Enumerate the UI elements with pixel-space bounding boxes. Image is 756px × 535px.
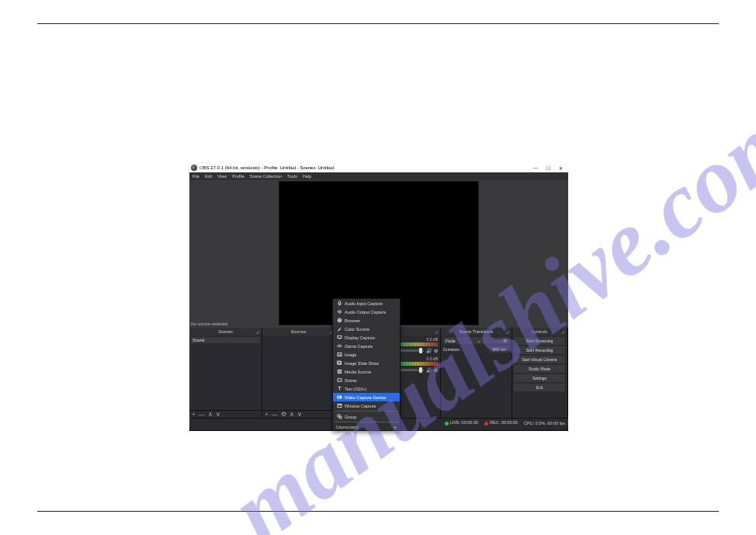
- obs-window: OBS 27.0.1 (64-bit, windows) - Profile: …: [189, 163, 568, 431]
- menu-file[interactable]: File: [192, 174, 199, 179]
- ctx-window-capture[interactable]: Window Capture: [333, 401, 400, 410]
- svg-rect-3: [338, 345, 342, 346]
- settings-button[interactable]: Settings: [514, 374, 565, 382]
- ctx-audio-input-capture[interactable]: Audio Input Capture: [333, 299, 400, 307]
- svg-rect-8: [338, 379, 342, 382]
- start-virtual-camera-button[interactable]: Start Virtual Camera: [514, 356, 565, 363]
- ctx-scene[interactable]: Scene: [333, 376, 400, 384]
- ctx-browser[interactable]: Browser: [333, 316, 400, 325]
- menu-help[interactable]: Help: [303, 174, 311, 179]
- ctx-display-capture[interactable]: Display Capture: [333, 333, 400, 342]
- gear-icon[interactable]: ⚙: [434, 348, 438, 353]
- close-button[interactable]: ✕: [554, 165, 567, 171]
- film-icon: [336, 369, 342, 375]
- source-settings-button[interactable]: ⚙: [281, 412, 286, 418]
- menu-scene-collection[interactable]: Scene Collection: [250, 174, 282, 179]
- sources-list[interactable]: [262, 335, 335, 410]
- status-cpu: CPU: 0.5%, 60.00 fps: [524, 421, 565, 426]
- ctx-group[interactable]: Group: [333, 412, 400, 421]
- rec-indicator-icon: [484, 422, 488, 426]
- obs-app-icon: [191, 165, 197, 171]
- group-icon: [336, 414, 342, 420]
- controls-popout-icon[interactable]: ⤢: [561, 329, 565, 335]
- volume-icon[interactable]: 🔊: [426, 367, 432, 373]
- scene-remove-button[interactable]: —: [199, 412, 205, 418]
- menu-view[interactable]: View: [217, 174, 227, 179]
- scenes-footer: + — ∧ ∨: [189, 410, 262, 418]
- source-down-button[interactable]: ∨: [297, 412, 302, 418]
- no-source-label: No source selected: [191, 321, 227, 326]
- scenes-list[interactable]: Scene: [189, 335, 262, 410]
- controls-body: Start Streaming Start Recording Start Vi…: [512, 335, 567, 418]
- sources-panel: Sources ⤢ + — ⚙ ∧ ∨ Audio Input Capture: [262, 328, 335, 418]
- transition-duration-row: Duration 300 ms: [443, 346, 509, 353]
- monitor-icon: [336, 335, 342, 341]
- transition-duration-input[interactable]: 300 ms: [489, 346, 509, 353]
- chevron-right-icon: ▸: [394, 425, 397, 429]
- start-recording-button[interactable]: Start Recording: [514, 346, 565, 354]
- ctx-text-gdi[interactable]: Text (GDI+): [333, 384, 400, 393]
- scenes-popout-icon[interactable]: ⤢: [256, 329, 260, 335]
- titlebar[interactable]: OBS 27.0.1 (64-bit, windows) - Profile: …: [189, 163, 568, 172]
- ctx-color-source[interactable]: Color Source: [333, 325, 400, 333]
- mixer-popout-icon[interactable]: ⤢: [435, 329, 439, 335]
- ctx-separator: [335, 411, 398, 412]
- menu-profile[interactable]: Profile: [232, 174, 244, 179]
- track-level: 0.0 dB: [427, 337, 438, 342]
- exit-button[interactable]: Exit: [514, 384, 565, 391]
- menu-edit[interactable]: Edit: [205, 174, 212, 179]
- globe-icon: [336, 318, 342, 324]
- ctx-audio-output-capture[interactable]: Audio Output Capture: [333, 307, 400, 316]
- window-title: OBS 27.0.1 (64-bit, windows) - Profile: …: [199, 165, 334, 170]
- svg-rect-9: [338, 396, 341, 398]
- source-remove-button[interactable]: —: [272, 412, 278, 418]
- ctx-deprecated[interactable]: Deprecated ▸: [333, 423, 400, 430]
- scene-icon: [336, 377, 342, 384]
- track-level: 0.0 dB: [427, 356, 438, 361]
- gear-icon[interactable]: ⚙: [434, 367, 438, 373]
- studio-mode-button[interactable]: Studio Mode: [514, 365, 565, 373]
- minimize-button[interactable]: —: [529, 165, 542, 170]
- menu-tools[interactable]: Tools: [287, 174, 297, 179]
- controls-panel: Controls ⤢ Start Streaming Start Recordi…: [512, 328, 567, 418]
- scene-down-button[interactable]: ∨: [216, 412, 220, 418]
- scene-up-button[interactable]: ∧: [208, 412, 213, 418]
- window-icon: [336, 403, 342, 409]
- status-live: LIVE: 00:00:00: [445, 420, 478, 425]
- speaker-icon: [336, 309, 342, 315]
- mic-icon: [336, 301, 342, 307]
- volume-icon[interactable]: 🔊: [426, 348, 432, 353]
- source-add-button[interactable]: +: [265, 412, 269, 418]
- start-streaming-button[interactable]: Start Streaming: [514, 337, 565, 345]
- gamepad-icon: [336, 343, 342, 349]
- scene-add-button[interactable]: +: [192, 412, 196, 418]
- scenes-title: Scenes: [218, 329, 232, 334]
- gear-icon[interactable]: ⚙: [503, 338, 507, 343]
- ctx-media-source[interactable]: Media Source: [333, 367, 400, 376]
- live-indicator-icon: [445, 422, 449, 426]
- maximize-button[interactable]: ☐: [542, 165, 554, 171]
- chevron-down-icon: ⌄: [477, 339, 481, 343]
- svg-rect-2: [338, 335, 342, 338]
- transitions-body: Fade ⌄ ⚙ Duration 300 ms: [441, 335, 512, 418]
- add-source-context-menu: Audio Input Capture Audio Output Capture…: [332, 298, 401, 431]
- scenes-panel: Scenes ⤢ Scene + — ∧ ∨: [189, 328, 262, 418]
- ctx-image[interactable]: Image: [333, 350, 400, 359]
- page-rule-top: [37, 23, 719, 24]
- ctx-video-capture-device[interactable]: Video Capture Device: [333, 393, 400, 401]
- menubar: File Edit View Profile Scene Collection …: [189, 172, 568, 180]
- svg-rect-7: [338, 370, 341, 373]
- sources-title: Sources: [290, 329, 306, 334]
- scene-item[interactable]: Scene: [191, 337, 260, 343]
- slides-icon: [336, 360, 342, 367]
- transitions-popout-icon[interactable]: ⤢: [506, 329, 510, 335]
- camera-icon: [336, 394, 342, 401]
- page-rule-bottom: [37, 511, 719, 512]
- source-up-button[interactable]: ∧: [290, 412, 294, 418]
- ctx-game-capture[interactable]: Game Capture: [333, 342, 400, 350]
- brush-icon: [336, 326, 342, 332]
- ctx-image-slide-show[interactable]: Image Slide Show: [333, 359, 400, 367]
- svg-rect-0: [338, 301, 340, 304]
- sources-footer: + — ⚙ ∧ ∨: [262, 410, 335, 418]
- transition-select[interactable]: Fade ⌄ ⚙: [443, 337, 509, 344]
